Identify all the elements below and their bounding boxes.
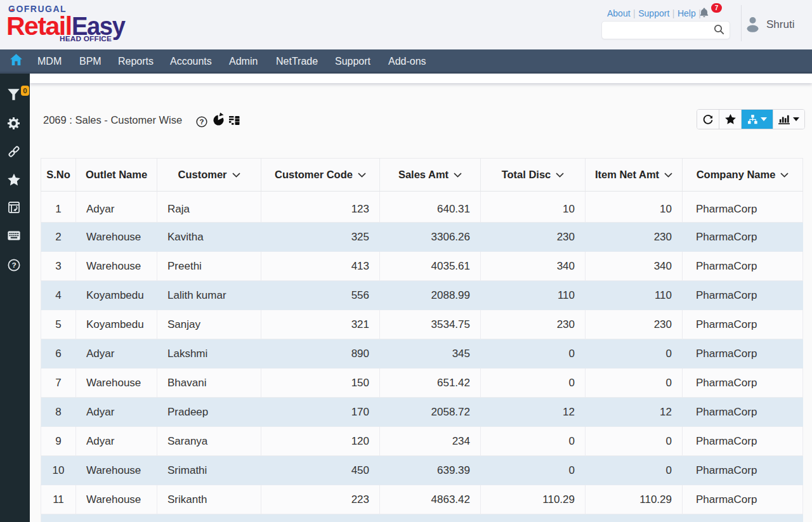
svg-text:?: ? [200,118,204,126]
svg-text:?: ? [11,261,16,270]
